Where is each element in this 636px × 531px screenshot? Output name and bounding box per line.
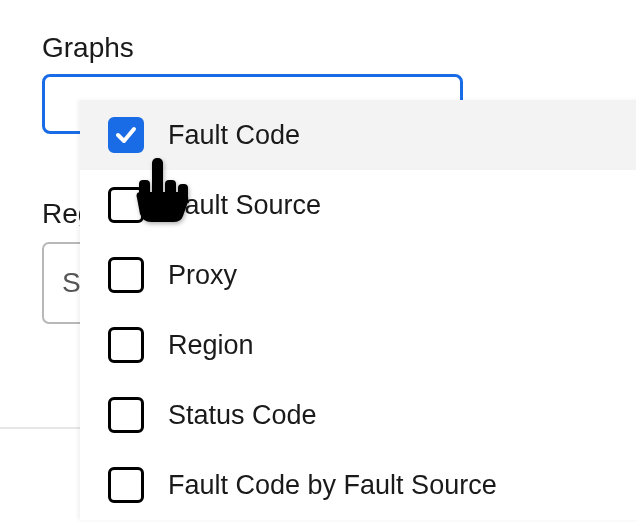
dropdown-item[interactable]: Status Code [80,380,636,450]
checkbox-unchecked-icon[interactable] [108,327,144,363]
dropdown-item-label: Proxy [168,260,237,291]
dropdown-item[interactable]: Fault Source [80,170,636,240]
dropdown-item-label: Fault Code [168,120,300,151]
dropdown-item[interactable]: Fault Code by Fault Source [80,450,636,520]
dropdown-item-label: Fault Source [168,190,321,221]
checkbox-unchecked-icon[interactable] [108,257,144,293]
graphs-dropdown-menu: Fault CodeFault SourceProxyRegionStatus … [80,100,636,520]
dropdown-item-label: Fault Code by Fault Source [168,470,497,501]
dropdown-item[interactable]: Fault Code [80,100,636,170]
checkbox-checked-icon[interactable] [108,117,144,153]
checkbox-unchecked-icon[interactable] [108,187,144,223]
checkbox-unchecked-icon[interactable] [108,467,144,503]
dropdown-item[interactable]: Region [80,310,636,380]
dropdown-item-label: Status Code [168,400,317,431]
graphs-field-label: Graphs [42,32,134,64]
checkbox-unchecked-icon[interactable] [108,397,144,433]
dropdown-item[interactable]: Proxy [80,240,636,310]
dropdown-item-label: Region [168,330,254,361]
